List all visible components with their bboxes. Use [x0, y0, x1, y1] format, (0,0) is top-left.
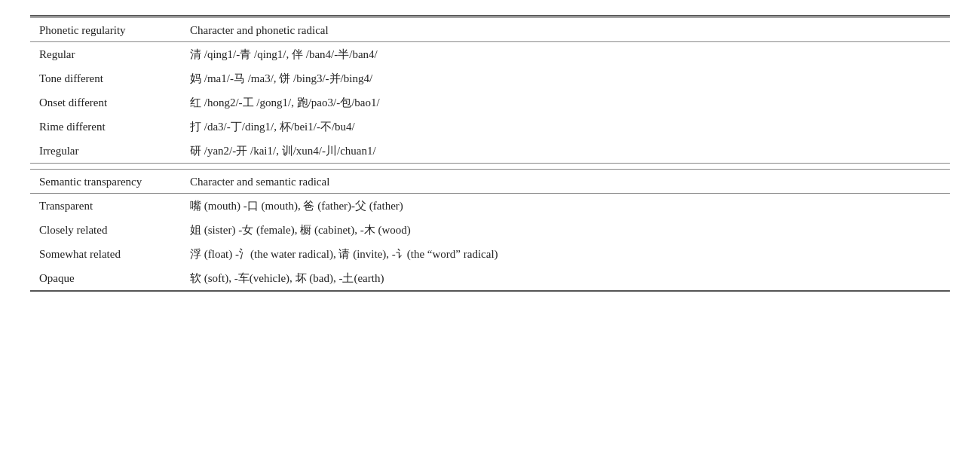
section-1-header-right: Character and phonetic radical — [181, 17, 950, 41]
data-table: Phonetic regularity Character and phonet… — [30, 15, 950, 292]
row-label: Transparent — [30, 193, 181, 218]
row-label: Somewhat related — [30, 242, 181, 266]
table-row: Rime different 打 /da3/-丁/ding1/, 杯/bei1/… — [30, 115, 950, 139]
section-spacer — [30, 163, 950, 169]
section-2-header-row: Semantic transparency Character and sema… — [30, 169, 950, 193]
row-value: 妈 /ma1/-马 /ma3/, 饼 /bing3/-并/bing4/ — [181, 66, 950, 90]
row-label: Rime different — [30, 115, 181, 139]
section-2-header-left: Semantic transparency — [30, 169, 181, 193]
row-value: 嘴 (mouth) -口 (mouth), 爸 (father)-父 (fath… — [181, 193, 950, 218]
section-1-header-row: Phonetic regularity Character and phonet… — [30, 17, 950, 41]
row-label: Irregular — [30, 139, 181, 164]
row-label: Opaque — [30, 266, 181, 291]
table-row: Onset different 红 /hong2/-工 /gong1/, 跑/p… — [30, 90, 950, 115]
row-label: Closely related — [30, 218, 181, 242]
table-row: Irregular 研 /yan2/-开 /kai1/, 训/xun4/-川/c… — [30, 139, 950, 164]
table-row: Transparent 嘴 (mouth) -口 (mouth), 爸 (fat… — [30, 193, 950, 218]
row-value: 浮 (float) -氵(the water radical), 请 (invi… — [181, 242, 950, 266]
main-table-container: Phonetic regularity Character and phonet… — [30, 15, 950, 292]
section-1-header-left: Phonetic regularity — [30, 17, 181, 41]
table-row: Regular 清 /qing1/-青 /qing1/, 伴 /ban4/-半/… — [30, 41, 950, 66]
section-2-header-right: Character and semantic radical — [181, 169, 950, 193]
table-row: Tone different 妈 /ma1/-马 /ma3/, 饼 /bing3… — [30, 66, 950, 90]
table-row: Opaque 软 (soft), -车(vehicle), 坏 (bad), -… — [30, 266, 950, 291]
row-label: Tone different — [30, 66, 181, 90]
row-value: 姐 (sister) -女 (female), 橱 (cabinet), -木 … — [181, 218, 950, 242]
row-label: Onset different — [30, 90, 181, 115]
row-value: 软 (soft), -车(vehicle), 坏 (bad), -土(earth… — [181, 266, 950, 291]
table-row: Somewhat related 浮 (float) -氵(the water … — [30, 242, 950, 266]
row-value: 研 /yan2/-开 /kai1/, 训/xun4/-川/chuan1/ — [181, 139, 950, 164]
row-value: 清 /qing1/-青 /qing1/, 伴 /ban4/-半/ban4/ — [181, 41, 950, 66]
row-label: Regular — [30, 41, 181, 66]
row-value: 打 /da3/-丁/ding1/, 杯/bei1/-不/bu4/ — [181, 115, 950, 139]
row-value: 红 /hong2/-工 /gong1/, 跑/pao3/-包/bao1/ — [181, 90, 950, 115]
table-row: Closely related 姐 (sister) -女 (female), … — [30, 218, 950, 242]
